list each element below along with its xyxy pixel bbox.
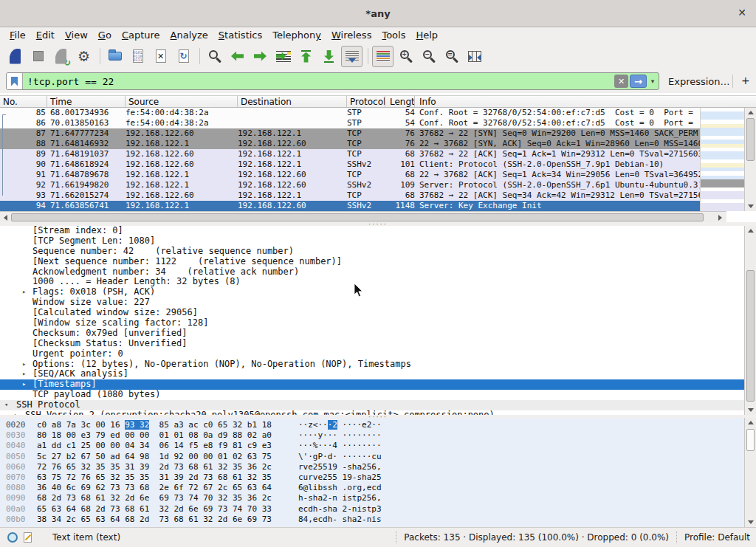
auto-scroll-button[interactable] — [341, 46, 362, 67]
reload-capture-file-button[interactable]: ↻ — [173, 46, 194, 67]
restart-capture-button[interactable]: ↻ — [50, 46, 72, 67]
packet-row[interactable]: 8971.648191037192.168.122.60192.168.122.… — [0, 149, 700, 159]
packet-row[interactable]: 9371.662015274192.168.122.60192.168.122.… — [0, 190, 700, 201]
detail-line[interactable]: [Next sequence number: 1122 (relative se… — [0, 257, 756, 267]
detail-line[interactable]: ▾SSH Protocol — [0, 400, 756, 410]
hex-row[interactable]: 006072 76 65 32 35 35 31 39 2d 73 68 61 … — [0, 462, 756, 472]
scroll-thumb[interactable] — [746, 270, 755, 402]
save-capture-file-button[interactable]: 0101 0110 0111 — [127, 46, 148, 67]
packet-row[interactable]: 9071.648618924192.168.122.60192.168.122.… — [0, 159, 700, 170]
go-to-next-packet-button[interactable] — [250, 46, 271, 67]
column-header-destination[interactable]: Destination — [238, 96, 347, 107]
menu-help[interactable]: Help — [410, 29, 443, 41]
scroll-up-icon[interactable] — [745, 418, 756, 427]
menu-file[interactable]: File — [4, 29, 31, 41]
apply-filter-button[interactable]: → — [630, 75, 647, 88]
expand-arrow-icon[interactable]: ▸ — [22, 287, 26, 297]
detail-line[interactable]: [TCP Segment Len: 1080] — [0, 236, 756, 247]
detail-line[interactable]: [Window size scaling factor: 128] — [0, 318, 756, 328]
scroll-down-icon[interactable] — [745, 517, 756, 527]
menu-capture[interactable]: Capture — [117, 29, 165, 41]
detail-line[interactable]: [Checksum Status: Unverified] — [0, 339, 756, 349]
detail-line[interactable]: [Calculated window size: 29056] — [0, 308, 756, 318]
packet-row[interactable]: 8568.001734936fe:54:00:d4:38:2aSTP54Conf… — [0, 108, 700, 118]
hex-row[interactable]: 0040a1 dd c1 25 00 00 04 34 06 14 f5 e8 … — [0, 441, 756, 451]
menu-wireless[interactable]: Wireless — [326, 29, 377, 41]
menu-view[interactable]: View — [60, 29, 93, 41]
open-capture-file-button[interactable] — [104, 46, 126, 67]
zoom-reset-button[interactable]: = — [441, 46, 462, 67]
go-to-last-packet-button[interactable] — [318, 46, 340, 67]
expand-arrow-icon[interactable]: ▸ — [22, 379, 26, 390]
packet-row[interactable]: 9471.663856741192.168.122.1192.168.122.6… — [0, 201, 700, 211]
expand-arrow-icon[interactable]: ▸ — [22, 369, 26, 379]
stop-capture-button[interactable] — [27, 46, 49, 67]
packet-row[interactable]: 9271.661949820192.168.122.1192.168.122.6… — [0, 180, 700, 190]
profile-status[interactable]: Profile: Default — [684, 532, 750, 543]
go-to-first-packet-button[interactable] — [295, 46, 317, 67]
expert-info-icon[interactable] — [7, 532, 18, 543]
detail-line[interactable]: [Stream index: 0] — [0, 226, 756, 236]
packet-list-hscrollbar[interactable] — [0, 211, 726, 222]
detail-line[interactable]: Window size value: 227 — [0, 297, 756, 308]
packet-list-minimap[interactable] — [700, 108, 744, 211]
clear-filter-button[interactable]: ✕ — [614, 75, 628, 88]
column-header-info[interactable]: Info — [415, 96, 756, 107]
scroll-thumb[interactable] — [746, 429, 755, 451]
expression-button[interactable]: Expression… — [668, 76, 730, 87]
scroll-down-icon[interactable] — [745, 405, 756, 415]
go-to-packet-button[interactable] — [272, 46, 294, 67]
detail-line[interactable]: Urgent pointer: 0 — [0, 349, 756, 359]
detail-line[interactable]: Checksum: 0x79ed [unverified] — [0, 328, 756, 339]
detail-line[interactable]: TCP payload (1080 bytes) — [0, 390, 756, 400]
detail-line[interactable]: Acknowledgment number: 34 (relative ack … — [0, 267, 756, 278]
zoom-out-button[interactable]: − — [418, 46, 439, 67]
filter-dropdown-icon[interactable]: ▾ — [647, 73, 659, 89]
menu-analyze[interactable]: Analyze — [165, 29, 213, 41]
filter-bookmark-button[interactable] — [7, 73, 23, 89]
display-filter-input[interactable]: !tcp.port == 22 ✕ → ▾ — [6, 72, 659, 90]
menu-telephony[interactable]: Telephony — [267, 29, 326, 41]
detail-line[interactable]: ▸Options: (12 bytes), No-Operation (NOP)… — [0, 359, 756, 370]
scroll-left-icon[interactable] — [0, 213, 11, 222]
detail-line[interactable]: ▸[SEQ/ACK analysis] — [0, 369, 756, 379]
detail-line[interactable]: 1000 .... = Header Length: 32 bytes (8) — [0, 277, 756, 287]
capture-comment-icon[interactable] — [24, 532, 32, 543]
filter-value[interactable]: !tcp.port == 22 — [23, 76, 614, 87]
hex-row[interactable]: 00505c 27 b2 67 50 ad 64 98 1d 92 00 00 … — [0, 452, 756, 462]
collapse-arrow-icon[interactable]: ▾ — [4, 400, 8, 410]
menu-tools[interactable]: Tools — [377, 29, 410, 41]
column-header-no[interactable]: No. — [0, 96, 47, 107]
add-filter-button[interactable]: + — [741, 75, 750, 86]
menu-statistics[interactable]: Statistics — [213, 29, 267, 41]
close-capture-file-button[interactable]: ✕ — [150, 46, 171, 67]
column-header-protocol[interactable]: Protocol — [347, 96, 385, 107]
capture-options-button[interactable]: ⚙ — [73, 46, 94, 67]
column-header-length[interactable]: Length — [385, 96, 415, 107]
close-window-icon[interactable]: ✕ — [738, 7, 746, 18]
menu-go[interactable]: Go — [93, 29, 117, 41]
title-bar[interactable]: *any ✕ — [0, 0, 756, 27]
scroll-down-icon[interactable] — [745, 202, 756, 211]
hex-row[interactable]: 0020c0 a8 7a 3c 00 16 93 32 85 a3 ac c0 … — [0, 420, 756, 430]
packet-row[interactable]: 9171.648789678192.168.122.1192.168.122.6… — [0, 170, 700, 180]
detail-line[interactable]: ▸Flags: 0x018 (PSH, ACK) — [0, 287, 756, 297]
menu-edit[interactable]: Edit — [31, 29, 60, 41]
scroll-thumb[interactable] — [746, 118, 755, 161]
zoom-in-button[interactable]: + — [395, 46, 416, 67]
colorize-packets-button[interactable] — [372, 46, 394, 67]
scroll-up-icon[interactable] — [745, 226, 756, 235]
bytes-vscrollbar[interactable] — [744, 418, 756, 527]
column-header-time[interactable]: Time — [47, 96, 126, 107]
scroll-right-icon[interactable] — [715, 213, 726, 222]
hex-row[interactable]: 003080 18 00 e3 79 ed 00 00 01 01 08 0a … — [0, 430, 756, 441]
details-vscrollbar[interactable] — [744, 226, 756, 415]
detail-line[interactable]: Sequence number: 42 (relative sequence n… — [0, 247, 756, 257]
packet-list-vscrollbar[interactable] — [744, 108, 756, 211]
hex-row[interactable]: 007063 75 72 76 65 32 35 35 31 39 2d 73 … — [0, 472, 756, 483]
hscroll-thumb[interactable] — [11, 213, 704, 221]
detail-line[interactable]: ▸[Timestamps] — [0, 379, 756, 390]
hex-row[interactable]: 008036 40 6c 69 62 73 73 68 2e 6f 72 67 … — [0, 483, 756, 493]
hex-row[interactable]: 00a065 63 64 68 2d 73 68 61 32 2d 6e 69 … — [0, 504, 756, 515]
column-header-source[interactable]: Source — [126, 96, 238, 107]
